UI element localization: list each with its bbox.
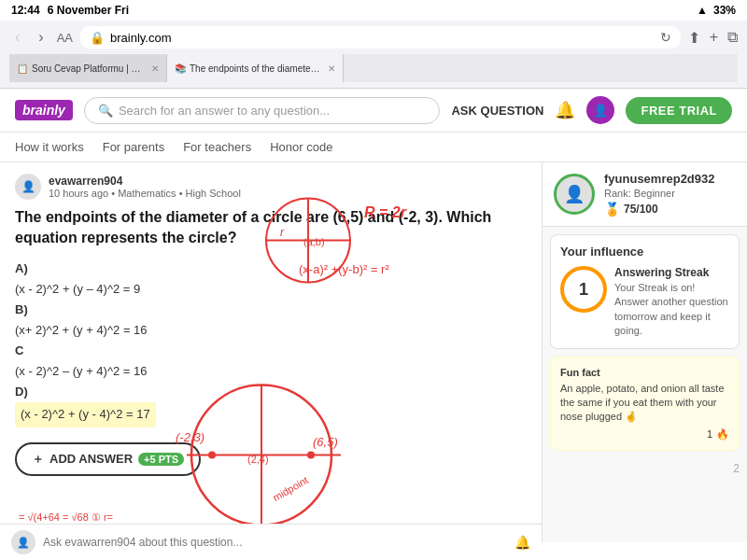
- question-area: 👤 evawarren904 10 hours ago • Mathematic…: [0, 162, 542, 542]
- nav-honor-code[interactable]: Honor code: [270, 140, 332, 154]
- answer-choices: A)(x - 2)^2 + (y – 4)^2 = 9 B)(x+ 2)^2 +…: [15, 259, 527, 427]
- asker-name: evawarren904: [49, 175, 241, 188]
- streak-desc: Your Streak is on! Answer another questi…: [614, 281, 729, 339]
- tab-cevap[interactable]: 📋 Soru Cevap Platformu | Cevap.app » Cev…: [9, 54, 167, 82]
- svg-text:midpoint: midpoint: [271, 474, 310, 503]
- nav-for-teachers[interactable]: For teachers: [183, 140, 251, 154]
- status-bar: 12:44 6 November Fri ▲ 33%: [0, 0, 747, 21]
- search-placeholder: Search for an answer to any question...: [119, 104, 330, 118]
- question-asker: 👤 evawarren904 10 hours ago • Mathematic…: [15, 174, 527, 200]
- fun-fact-footer: 1 🔥: [560, 428, 729, 441]
- question-text: The endpoints of the diameter of a circl…: [15, 207, 527, 249]
- browser-chrome: ‹ › AA 🔒 brainly.com ↻ ⬆ + ⧉ 📋 Soru Ceva…: [0, 21, 747, 89]
- nav-how-it-works[interactable]: How it works: [15, 140, 84, 154]
- tab-close-cevap[interactable]: ✕: [151, 63, 159, 74]
- fun-fact-card: Fun fact An apple, potato, and onion all…: [550, 357, 740, 451]
- right-sidebar: 👤 fyunusemrep2d932 Rank: Beginner 🏅 75/1…: [542, 162, 747, 542]
- bottom-avatar: 👤: [11, 530, 35, 554]
- battery-icon: 33%: [713, 4, 736, 17]
- tab-brainly[interactable]: 📚 The endpoints of the diameter of a cir…: [167, 54, 344, 82]
- user-details: fyunusemrep2d932 Rank: Beginner 🏅 75/100: [604, 172, 736, 217]
- fire-icon: 🔥: [716, 428, 729, 441]
- tab-close-brainly[interactable]: ✕: [328, 63, 335, 74]
- status-date: 6 November Fri: [48, 4, 129, 17]
- user-avatar-large: 👤: [554, 174, 595, 215]
- rank-label: Rank: Beginner: [604, 188, 736, 199]
- share-button[interactable]: ⬆: [688, 29, 700, 47]
- main-content: 👤 evawarren904 10 hours ago • Mathematic…: [0, 162, 747, 542]
- user-card: 👤 fyunusemrep2d932 Rank: Beginner 🏅 75/1…: [543, 162, 747, 227]
- reload-icon[interactable]: ↻: [660, 30, 671, 45]
- bell-icon[interactable]: 🔔: [555, 100, 575, 120]
- svg-text:(6,5): (6,5): [313, 435, 338, 449]
- svg-point-11: [307, 452, 315, 459]
- back-button[interactable]: ‹: [9, 27, 25, 48]
- forward-button[interactable]: ›: [33, 27, 49, 48]
- page-number: 2: [543, 458, 747, 479]
- streak-info: Answering Streak Your Streak is on! Answ…: [614, 266, 729, 339]
- fun-fact-text: An apple, potato, and onion all taste th…: [560, 382, 729, 425]
- asker-info: 10 hours ago • Mathematics • High School: [49, 188, 241, 199]
- add-answer-label: ADD ANSWER: [49, 452, 133, 466]
- tabs-row: 📋 Soru Cevap Platformu | Cevap.app » Cev…: [9, 54, 738, 82]
- points-text: 75/100: [624, 203, 658, 216]
- address-bar[interactable]: 🔒 brainly.com ↻: [80, 26, 681, 49]
- nav-for-parents[interactable]: For parents: [103, 140, 164, 154]
- ask-comment-input[interactable]: [43, 536, 507, 549]
- ask-question-button[interactable]: ASK QUESTION: [451, 104, 543, 118]
- wifi-icon: ▲: [697, 4, 708, 17]
- asker-avatar: 👤: [15, 174, 41, 200]
- answer-a: A)(x - 2)^2 + (y – 4)^2 = 9: [15, 259, 527, 300]
- free-trial-button[interactable]: FREE TRIAL: [626, 97, 732, 124]
- reader-icon: AA: [57, 31, 73, 45]
- lock-icon: 🔒: [90, 31, 105, 45]
- rank-points: 🏅 75/100: [604, 202, 736, 217]
- search-bar[interactable]: 🔍 Search for an answer to any question..…: [84, 97, 441, 124]
- user-avatar[interactable]: 👤: [586, 96, 614, 124]
- new-tab-button[interactable]: +: [710, 29, 718, 46]
- streak-section: 1 Answering Streak Your Streak is on! An…: [560, 266, 729, 339]
- crown-icon: 🏅: [604, 202, 620, 217]
- answer-d: D)(x - 2)^2 + (y - 4)^2 = 17: [15, 382, 527, 427]
- fun-fact-likes: 1: [707, 428, 712, 440]
- svg-text:= √(4+64 = √68 ① r=: = √(4+64 = √68 ① r=: [19, 511, 113, 523]
- add-answer-button[interactable]: ＋ ADD ANSWER +5 PTS: [15, 442, 201, 476]
- nav-links: How it works For parents For teachers Ho…: [0, 133, 747, 162]
- fun-fact-label: Fun fact: [560, 367, 729, 378]
- tab-favicon: 📋: [17, 63, 28, 74]
- influence-card: Your influence 1 Answering Streak Your S…: [550, 234, 740, 349]
- influence-title: Your influence: [560, 245, 729, 259]
- pts-badge: +5 PTS: [138, 453, 184, 466]
- answer-b: B)(x+ 2)^2 + (y + 4)^2 = 16: [15, 300, 527, 341]
- status-time: 12:44: [11, 4, 40, 17]
- tabs-button[interactable]: ⧉: [727, 29, 738, 46]
- streak-label: Answering Streak: [614, 266, 729, 279]
- plus-icon: ＋: [32, 451, 44, 468]
- bottom-bar: 👤 🔔: [0, 524, 542, 560]
- answer-c: C(x - 2)^2 – (y + 4)^2 = 16: [15, 341, 527, 382]
- brainly-logo[interactable]: brainly: [15, 100, 73, 120]
- brainly-header: brainly 🔍 Search for an answer to any qu…: [0, 89, 747, 133]
- svg-text:(2,4): (2,4): [247, 454, 269, 465]
- username: fyunusemrep2d932: [604, 172, 736, 186]
- svg-point-10: [208, 452, 216, 459]
- search-icon: 🔍: [98, 104, 113, 118]
- url-text: brainly.com: [110, 31, 172, 45]
- tab-favicon-brainly: 📚: [175, 63, 186, 74]
- notify-icon[interactable]: 🔔: [514, 535, 530, 550]
- streak-circle: 1: [560, 266, 607, 313]
